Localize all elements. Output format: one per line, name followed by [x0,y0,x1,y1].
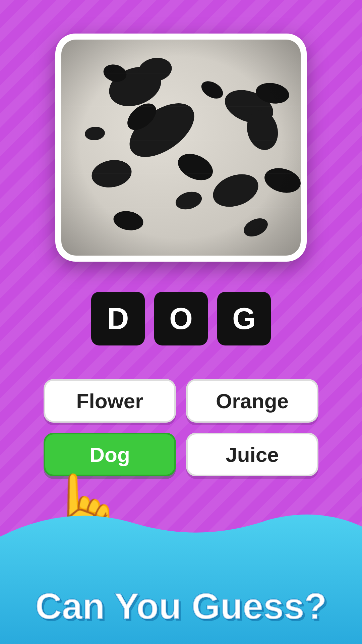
image-inner [61,40,301,256]
letter-tiles-container: D O G [91,292,271,345]
answer-orange-button[interactable]: Orange [186,379,318,423]
main-content: D O G Flower Orange Dog Juice ☝️ [0,0,362,543]
letter-tile-g: G [217,292,271,345]
letter-tile-d: D [91,292,145,345]
bottom-wave-area: Can You Guess? [0,503,362,644]
answer-dog-button[interactable]: Dog [44,433,176,476]
svg-rect-24 [61,40,301,256]
dalmatian-image [61,40,301,256]
bottom-tagline: Can You Guess? [0,585,362,627]
answer-buttons-grid: Flower Orange Dog Juice [44,379,318,476]
image-card [55,34,307,262]
answer-flower-button[interactable]: Flower [44,379,176,423]
answer-juice-button[interactable]: Juice [186,433,318,476]
letter-tile-o: O [154,292,208,345]
